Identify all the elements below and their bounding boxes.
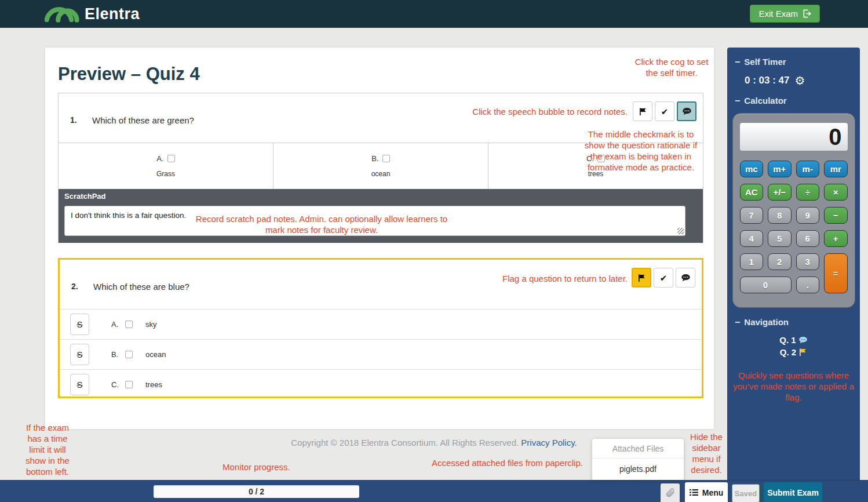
calc-key-0[interactable]: 0 [740, 277, 792, 293]
calc-key-decimal[interactable]: . [796, 277, 820, 293]
sign-out-icon [803, 9, 811, 18]
menu-label: Menu [702, 488, 724, 497]
nav-question-label: Q. 1 [779, 335, 796, 345]
option-label: ocean [145, 350, 166, 359]
calc-key-8[interactable]: 8 [768, 207, 792, 224]
submit-exam-button[interactable]: Submit Exam [764, 482, 822, 502]
calc-key-plus[interactable]: + [824, 230, 848, 247]
option-column-c: C. trees [488, 143, 703, 189]
option-letter: B. [111, 350, 125, 359]
self-timer-value: 0 : 03 : 47 [745, 75, 790, 86]
nav-question-label: Q. 2 [780, 347, 796, 357]
question-2-header: 2. Which of these are blue? ✔ [60, 260, 702, 309]
option-letter: C. [586, 154, 594, 163]
option-checkbox[interactable] [125, 381, 133, 388]
calc-key-mc[interactable]: mc [740, 161, 764, 177]
calc-key-1[interactable]: 1 [740, 253, 764, 270]
bottom-toolbar: 0 / 2 Menu Saved Submit Exam [0, 480, 868, 502]
option-checkbox[interactable] [125, 321, 133, 328]
nav-question-1-link[interactable]: Q. 1 [779, 335, 807, 345]
collapse-icon[interactable]: − [735, 59, 740, 65]
paperclip-button[interactable] [661, 483, 680, 502]
option-label: sky [145, 320, 157, 329]
nav-question-2-link[interactable]: Q. 2 [780, 347, 807, 357]
calc-key-minus[interactable]: − [824, 207, 848, 224]
option-label: trees [145, 380, 162, 389]
option-label: ocean [371, 170, 391, 178]
calc-key-mplus[interactable]: m+ [768, 161, 792, 177]
calc-key-multiply[interactable]: × [824, 184, 848, 201]
exam-preview-screen: Elentra Exit Exam Preview – Quiz 4 1. Wh… [0, 0, 868, 502]
notes-speech-bubble-button[interactable] [677, 101, 696, 121]
paperclip-icon [665, 488, 676, 499]
calc-key-2[interactable]: 2 [768, 253, 792, 270]
flag-icon [798, 348, 807, 357]
calc-key-9[interactable]: 9 [796, 207, 820, 224]
elentra-logo: Elentra [44, 3, 140, 25]
annotation-time-limit: If the exam has a time limit it will sho… [21, 422, 74, 477]
strikethrough-icon: S [76, 319, 82, 329]
calc-key-mr[interactable]: mr [824, 161, 848, 177]
question-1-text: Which of these are green? [92, 115, 194, 125]
saved-button[interactable]: Saved [732, 484, 760, 502]
exit-exam-button[interactable]: Exit Exam [750, 5, 820, 23]
option-column-b: B. ocean [273, 143, 488, 189]
annotation-navigation: Quickly see questions where you’ve made … [732, 370, 855, 403]
option-checkbox[interactable] [125, 351, 133, 358]
collapse-icon[interactable]: − [735, 98, 740, 104]
calc-key-7[interactable]: 7 [740, 207, 764, 224]
question-1-toolbar: ✔ [633, 101, 696, 121]
flag-button[interactable] [633, 101, 652, 121]
brand-name: Elentra [85, 5, 140, 23]
notes-speech-bubble-button[interactable] [676, 268, 695, 288]
scratchpad-textarea[interactable]: I don't think this is a fair question. [64, 206, 685, 236]
calculator-keypad: mc m+ m- mr AC +/− ÷ × 7 8 9 − 4 5 6 + 1… [740, 161, 848, 293]
calc-key-mminus[interactable]: m- [796, 161, 820, 177]
option-row-c: S C. trees [60, 369, 702, 399]
option-column-a: A. Grass [59, 143, 273, 189]
calc-key-divide[interactable]: ÷ [796, 184, 820, 201]
privacy-policy-link[interactable]: Privacy Policy. [521, 438, 577, 448]
speech-bubble-icon [682, 107, 692, 115]
option-checkbox[interactable] [382, 155, 390, 162]
gear-icon[interactable]: ⚙ [795, 75, 805, 86]
strikethrough-button[interactable]: S [70, 374, 89, 395]
calc-key-6[interactable]: 6 [796, 230, 820, 247]
navigation-section-header[interactable]: − Navigation [727, 317, 860, 327]
calc-key-plusminus[interactable]: +/− [768, 184, 792, 201]
self-timer-section-header[interactable]: − Self Timer [727, 57, 860, 67]
rationale-checkmark-button[interactable]: ✔ [654, 268, 673, 288]
calc-key-equals[interactable]: = [824, 253, 848, 293]
progress-bar: 0 / 2 [154, 485, 359, 498]
calc-key-5[interactable]: 5 [768, 230, 792, 247]
question-1: 1. Which of these are green? ✔ [58, 93, 703, 242]
strikethrough-icon: S [76, 350, 82, 359]
strikethrough-button[interactable]: S [70, 344, 89, 365]
calc-key-4[interactable]: 4 [740, 230, 764, 247]
collapse-icon[interactable]: − [735, 319, 740, 325]
option-row-b: S B. ocean [60, 339, 702, 369]
navigation-title: Navigation [744, 317, 789, 327]
calculator-section-header[interactable]: − Calculator [727, 96, 860, 106]
submit-exam-label: Submit Exam [767, 488, 819, 497]
annotation-monitor-progress: Monitor progress. [223, 461, 290, 472]
menu-button[interactable]: Menu [685, 482, 728, 502]
option-checkbox[interactable] [597, 155, 605, 162]
rationale-checkmark-button[interactable]: ✔ [655, 101, 674, 121]
calc-key-3[interactable]: 3 [796, 253, 820, 270]
strikethrough-button[interactable]: S [70, 314, 89, 335]
saved-label: Saved [735, 489, 757, 498]
annotation-attached-files: Accessed attached files from paperclip. [432, 457, 583, 468]
flag-icon [637, 274, 646, 282]
attached-files-popup: Attached Files piglets.pdf [592, 439, 684, 480]
strikethrough-icon: S [76, 380, 82, 390]
scratchpad-panel: ScratchPad I don't think this is a fair … [59, 189, 703, 243]
calc-key-ac[interactable]: AC [740, 184, 764, 201]
question-2: 2. Which of these are blue? ✔ [58, 258, 703, 398]
attached-file-item[interactable]: piglets.pdf [592, 459, 684, 479]
flag-button[interactable] [632, 268, 651, 288]
check-icon: ✔ [661, 107, 669, 116]
navigation-items: Q. 1 Q. 2 [727, 335, 860, 357]
option-checkbox[interactable] [167, 155, 175, 162]
self-timer-title: Self Timer [744, 57, 786, 67]
